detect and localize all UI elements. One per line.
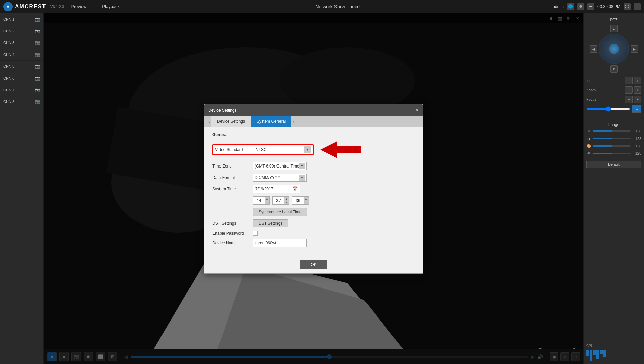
tab-next-button[interactable]: ›: [291, 117, 296, 125]
brightness-value: 128: [632, 129, 641, 133]
system-time-date-field[interactable]: 7/19/2017 📅: [253, 185, 300, 193]
contrast-slider[interactable]: [593, 138, 631, 139]
ok-button[interactable]: OK: [300, 260, 327, 269]
sidebar-item-chn8[interactable]: CHN 8 📷: [0, 96, 43, 108]
ptz-focus-minus[interactable]: −: [625, 96, 633, 103]
time-zone-value: (GMT-6:00) Central Time(US&C: [255, 164, 299, 169]
video-standard-arrow[interactable]: ▼: [304, 146, 311, 153]
sharpness-slider[interactable]: [593, 153, 631, 154]
brightness-icon: ☀: [586, 128, 592, 134]
sidebar-item-chn5[interactable]: CHN 5 📷: [0, 61, 43, 72]
video-standard-field: Video Standard NTSC ▼: [212, 144, 314, 155]
camera-icon-chn3: 📷: [35, 40, 40, 45]
ptz-speed-row: →: [586, 105, 641, 113]
ptz-left-button[interactable]: ◀: [590, 45, 597, 53]
time-hours-field[interactable]: 14 ▲ ▼: [253, 196, 270, 205]
ptz-up-row: ▲: [602, 25, 626, 32]
camera-icon-chn2: 📷: [35, 29, 40, 33]
sidebar-item-chn2[interactable]: CHN 2 📷: [0, 25, 43, 37]
ptz-control: ▲ ◀ ▶ ▼: [586, 25, 641, 73]
enable-password-checkbox[interactable]: [253, 231, 258, 236]
date-format-arrow[interactable]: ▼: [299, 175, 305, 181]
ptz-iris-label: Iris: [586, 79, 600, 83]
ptz-iris-btns: − +: [625, 77, 641, 84]
saturation-fill: [593, 145, 612, 147]
time-seconds-value: 36: [292, 198, 304, 203]
ptz-down-button[interactable]: ▼: [610, 65, 618, 73]
ptz-iris-minus[interactable]: −: [625, 77, 633, 84]
date-format-select[interactable]: DD/MM/YYYY ▼: [253, 174, 307, 182]
time-hours-up[interactable]: ▲: [265, 197, 269, 201]
ptz-zoom-minus[interactable]: −: [625, 86, 633, 94]
system-time-label: System Time: [212, 187, 253, 191]
nav-playback[interactable]: Playback: [99, 3, 122, 10]
dialog-title: Device Settings: [208, 108, 236, 113]
date-format-control: DD/MM/YYYY ▼: [253, 174, 307, 182]
globe-icon[interactable]: 🌐: [567, 3, 574, 10]
ptz-joystick[interactable]: [599, 34, 629, 64]
time-hours-down[interactable]: ▼: [265, 201, 269, 204]
cpu-bar-2: [590, 350, 592, 361]
time-minutes-down[interactable]: ▼: [284, 201, 289, 204]
tab-prev-button[interactable]: ‹: [207, 117, 211, 125]
dst-settings-row: DST Settings DST Settings: [212, 219, 415, 228]
dialog-footer: OK: [204, 256, 423, 273]
tab-device-settings[interactable]: Device Settings: [211, 116, 251, 127]
contrast-value: 128: [632, 136, 641, 141]
saturation-slider[interactable]: [593, 145, 631, 147]
logo-text: AMCREST: [15, 4, 46, 10]
nav-preview[interactable]: Preview: [68, 3, 89, 10]
time-seconds-up[interactable]: ▲: [304, 197, 309, 201]
camera-icon-chn1: 📷: [35, 17, 40, 22]
system-time-control: 7/19/2017 📅: [253, 185, 300, 193]
calendar-icon[interactable]: 📅: [292, 186, 298, 191]
sidebar-item-chn6[interactable]: CHN 6 📷: [0, 72, 43, 84]
brightness-slider[interactable]: [593, 130, 631, 132]
sidebar-item-chn3[interactable]: CHN 3 📷: [0, 37, 43, 49]
settings-icon[interactable]: ⚙: [577, 3, 584, 10]
ptz-go-button[interactable]: →: [632, 105, 641, 113]
sidebar-item-chn1[interactable]: CHN 1 📷: [0, 13, 43, 25]
default-button[interactable]: Default: [586, 161, 641, 168]
time-minutes-up[interactable]: ▲: [284, 197, 289, 201]
ptz-zoom-plus[interactable]: +: [634, 86, 641, 94]
ptz-middle-row: ◀ ▶: [590, 34, 638, 64]
cpu-bar-5: [600, 350, 603, 354]
ptz-iris-plus[interactable]: +: [634, 77, 641, 84]
ptz-zoom-label: Zoom: [586, 88, 600, 92]
ptz-focus-plus[interactable]: +: [634, 96, 641, 103]
contrast-icon: ◑: [586, 136, 592, 141]
ptz-zoom-row: Zoom − +: [586, 86, 641, 94]
time-seconds-field[interactable]: 36 ▲ ▼: [292, 196, 309, 205]
dialog-close-button[interactable]: ×: [416, 107, 419, 113]
time-minutes-spinners: ▲ ▼: [284, 197, 289, 204]
signout-icon[interactable]: ↪: [587, 3, 594, 10]
video-standard-select[interactable]: NTSC ▼: [256, 146, 311, 153]
svg-marker-8: [320, 141, 361, 158]
panel-divider: [586, 118, 641, 118]
time-minutes-field[interactable]: 37 ▲ ▼: [272, 196, 289, 205]
ptz-up-button[interactable]: ▲: [610, 25, 618, 32]
time-zone-select[interactable]: (GMT-6:00) Central Time(US&C ▼: [253, 162, 307, 170]
cpu-bar-4: [596, 350, 599, 359]
user-label: admin: [553, 4, 564, 9]
sidebar-item-chn7[interactable]: CHN 7 📷: [0, 84, 43, 96]
dst-settings-control: DST Settings: [253, 219, 288, 228]
dst-settings-button[interactable]: DST Settings: [253, 219, 288, 228]
time-seconds-down[interactable]: ▼: [304, 201, 309, 204]
tab-system-general[interactable]: System General: [251, 116, 291, 127]
clock: 03:39:08 PM: [597, 4, 620, 9]
sidebar-item-chn4[interactable]: CHN 4 📷: [0, 49, 43, 61]
time-zone-arrow[interactable]: ▼: [299, 163, 305, 169]
sync-local-time-button[interactable]: Synchronize Local Time: [253, 208, 307, 216]
ptz-right-button[interactable]: ▶: [631, 45, 638, 53]
device-name-input[interactable]: [253, 239, 307, 247]
left-sidebar: CHN 1 📷 CHN 2 📷 CHN 3 📷 CHN 4 📷 CHN 5 📷 …: [0, 13, 44, 364]
time-minutes-value: 37: [273, 198, 284, 203]
fullscreen-icon[interactable]: ⛶: [624, 3, 631, 10]
ptz-speed-slider[interactable]: [586, 108, 630, 110]
right-panel: PTZ ▲ ◀ ▶ ▼ Iris: [583, 13, 644, 364]
ptz-down-row: ▼: [602, 65, 626, 73]
minimize-icon[interactable]: —: [634, 3, 641, 10]
enable-password-row: Enable Password: [212, 231, 415, 236]
